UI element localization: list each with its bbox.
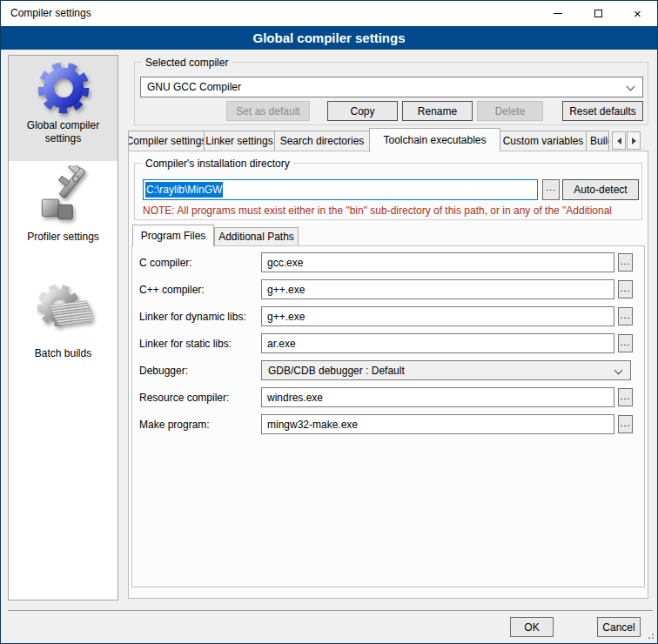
linker-static-input[interactable] bbox=[261, 333, 614, 353]
tab-custom-variables[interactable]: Custom variables bbox=[500, 131, 587, 151]
installation-directory-legend: Compiler's installation directory bbox=[142, 158, 293, 170]
window-title: Compiler settings bbox=[10, 7, 91, 19]
tab-label: Linker settings bbox=[205, 135, 272, 147]
ellipsis-icon: ... bbox=[620, 391, 630, 401]
tab-build-options[interactable]: Build options bbox=[586, 131, 609, 151]
blue-gear-icon bbox=[9, 56, 118, 119]
set-as-default-button: Set as default bbox=[226, 101, 310, 121]
tab-toolchain-executables[interactable]: Toolchain executables bbox=[369, 128, 500, 151]
tab-label: Build options bbox=[590, 135, 609, 147]
auto-detect-label: Auto-detect bbox=[574, 184, 627, 196]
linker-dynamic-browse-button[interactable]: ... bbox=[618, 307, 633, 325]
installation-directory-value: C:\raylib\MinGW bbox=[145, 182, 223, 198]
tab-search-directories[interactable]: Search directories bbox=[274, 131, 370, 151]
sidebar-item-batch-builds[interactable]: Batch builds bbox=[9, 278, 118, 360]
copy-button[interactable]: Copy bbox=[327, 101, 398, 121]
maximize-button[interactable] bbox=[578, 1, 618, 26]
reset-defaults-button[interactable]: Reset defaults bbox=[562, 101, 643, 121]
tab-scroll-right-button[interactable] bbox=[627, 131, 641, 150]
tab-compiler-settings[interactable]: Compiler settings bbox=[128, 131, 205, 151]
close-button[interactable]: × bbox=[618, 1, 657, 26]
tab-linker-settings[interactable]: Linker settings bbox=[204, 131, 275, 151]
tab-label: Compiler settings bbox=[128, 135, 205, 147]
arrow-right-icon bbox=[632, 138, 636, 144]
tab-program-files[interactable]: Program Files bbox=[132, 225, 214, 246]
footer-separator bbox=[8, 610, 653, 611]
debugger-label: Debugger: bbox=[139, 365, 188, 377]
close-icon: × bbox=[634, 7, 641, 20]
cancel-button[interactable]: Cancel bbox=[597, 617, 641, 637]
linker-static-browse-button[interactable]: ... bbox=[618, 334, 633, 352]
delete-label: Delete bbox=[495, 105, 526, 117]
ellipsis-icon: ... bbox=[620, 256, 630, 266]
make-program-browse-button[interactable]: ... bbox=[618, 415, 633, 433]
tab-label: Toolchain executables bbox=[383, 134, 486, 146]
chevron-down-icon bbox=[614, 366, 623, 375]
minimize-button[interactable] bbox=[538, 1, 578, 26]
sidebar-item-label: Batch builds bbox=[9, 347, 118, 360]
sidebar-item-global-compiler-settings[interactable]: Global compiler settings bbox=[9, 56, 118, 161]
resource-compiler-input[interactable] bbox=[261, 387, 614, 407]
make-program-label: Make program: bbox=[139, 419, 210, 431]
tab-label: Additional Paths bbox=[218, 231, 294, 243]
tab-scroll-left-button[interactable] bbox=[612, 131, 626, 150]
cpp-compiler-browse-button[interactable]: ... bbox=[618, 280, 633, 299]
browse-directory-button[interactable]: ... bbox=[542, 179, 560, 200]
ellipsis-icon: ... bbox=[546, 182, 556, 192]
program-files-page: C compiler: ... C++ compiler: ... Linker… bbox=[131, 245, 645, 587]
make-program-input[interactable] bbox=[261, 414, 614, 434]
linker-static-label: Linker for static libs: bbox=[139, 338, 232, 350]
reset-defaults-label: Reset defaults bbox=[569, 105, 636, 117]
installation-directory-input[interactable]: C:\raylib\MinGW bbox=[143, 179, 538, 200]
ellipsis-icon: ... bbox=[620, 310, 630, 320]
c-compiler-input[interactable] bbox=[261, 252, 614, 272]
rename-label: Rename bbox=[418, 105, 457, 117]
gray-gear-stack-icon bbox=[9, 278, 118, 347]
cancel-label: Cancel bbox=[602, 621, 634, 634]
sidebar-item-label: Global compiler bbox=[9, 119, 118, 132]
compiler-select-value: GNU GCC Compiler bbox=[147, 81, 241, 93]
selected-compiler-legend: Selected compiler bbox=[142, 57, 232, 69]
resource-compiler-browse-button[interactable]: ... bbox=[618, 388, 633, 406]
titlebar[interactable]: Compiler settings × bbox=[1, 1, 657, 26]
dialog-header: Global compiler settings bbox=[1, 26, 657, 50]
auto-detect-button[interactable]: Auto-detect bbox=[562, 179, 639, 200]
settings-category-list: Global compiler settings bbox=[8, 55, 118, 600]
ok-label: OK bbox=[524, 621, 539, 634]
c-compiler-browse-button[interactable]: ... bbox=[618, 253, 633, 272]
chevron-down-icon bbox=[627, 83, 635, 91]
sidebar-item-profiler-settings[interactable]: Profiler settings bbox=[9, 165, 118, 244]
dialog-header-title: Global compiler settings bbox=[252, 30, 405, 45]
ellipsis-icon: ... bbox=[620, 283, 630, 293]
tab-label: Search directories bbox=[280, 135, 365, 147]
caliper-icon bbox=[9, 165, 118, 231]
sidebar-item-label: Profiler settings bbox=[9, 231, 118, 244]
copy-label: Copy bbox=[350, 105, 374, 117]
tab-label: Custom variables bbox=[503, 135, 584, 147]
linker-dynamic-input[interactable] bbox=[261, 306, 614, 326]
delete-button: Delete bbox=[477, 101, 543, 121]
rename-button[interactable]: Rename bbox=[402, 101, 473, 121]
debugger-select-value: GDB/CDB debugger : Default bbox=[268, 365, 405, 377]
debugger-select[interactable]: GDB/CDB debugger : Default bbox=[261, 360, 631, 380]
set-as-default-label: Set as default bbox=[236, 105, 299, 117]
ellipsis-icon: ... bbox=[620, 418, 630, 428]
bin-subdirectory-note: NOTE: All programs must exist either in … bbox=[143, 205, 639, 217]
c-compiler-label: C compiler: bbox=[139, 257, 192, 269]
cpp-compiler-label: C++ compiler: bbox=[139, 284, 205, 296]
minimize-icon bbox=[554, 13, 562, 14]
ok-button[interactable]: OK bbox=[510, 617, 554, 637]
compiler-settings-dialog: Compiler settings × Global compiler sett… bbox=[0, 0, 658, 644]
resource-compiler-label: Resource compiler: bbox=[139, 392, 229, 404]
tab-label: Program Files bbox=[141, 230, 206, 242]
ellipsis-icon: ... bbox=[620, 337, 630, 347]
linker-dynamic-label: Linker for dynamic libs: bbox=[139, 311, 246, 323]
sidebar-item-label: settings bbox=[9, 132, 118, 145]
cpp-compiler-input[interactable] bbox=[261, 279, 614, 299]
tab-additional-paths[interactable]: Additional Paths bbox=[214, 227, 299, 246]
maximize-icon bbox=[594, 10, 602, 17]
compiler-select[interactable]: GNU GCC Compiler bbox=[140, 77, 643, 97]
arrow-left-icon bbox=[617, 138, 621, 144]
